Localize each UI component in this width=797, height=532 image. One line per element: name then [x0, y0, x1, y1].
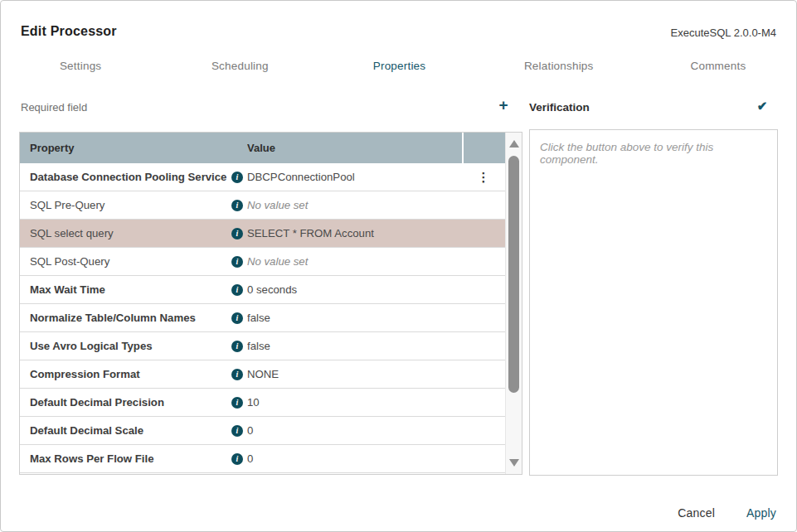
page-title: Edit Processor: [21, 24, 117, 39]
property-name: Database Connection Pooling Service: [30, 171, 226, 183]
plus-icon: +: [498, 96, 508, 114]
tab-properties[interactable]: Properties: [319, 54, 479, 77]
info-icon[interactable]: i: [231, 284, 243, 296]
check-icon: ✔: [757, 99, 768, 114]
property-value: No value set: [247, 199, 308, 211]
scrollbar-up-arrow-icon[interactable]: [509, 140, 519, 148]
property-name: SQL select query: [30, 227, 114, 239]
verification-placeholder-text: Click the button above to verify this co…: [530, 130, 777, 177]
property-name: Default Decimal Precision: [30, 396, 164, 409]
verification-title: Verification: [529, 101, 590, 114]
table-row[interactable]: Use Avro Logical Types i false ⋮: [20, 332, 505, 360]
table-row[interactable]: Max Wait Time i 0 seconds ⋮: [20, 276, 505, 304]
property-value: SELECT * FROM Account: [247, 227, 374, 239]
property-name: Max Wait Time: [30, 283, 105, 296]
edit-processor-dialog: Edit Processor ExecuteSQL 2.0.0-M4 Setti…: [0, 0, 797, 532]
property-value: false: [247, 340, 270, 352]
table-row[interactable]: Normalize Table/Column Names i false ⋮: [20, 304, 505, 332]
property-value: 0: [247, 424, 253, 437]
table-scrollbar[interactable]: [505, 133, 522, 474]
required-field-legend: Required field: [21, 101, 87, 114]
property-name: Use Avro Logical Types: [30, 340, 153, 352]
scrollbar-down-arrow-icon[interactable]: [509, 459, 519, 467]
info-icon[interactable]: i: [231, 341, 243, 352]
info-icon[interactable]: i: [231, 172, 243, 183]
property-name: SQL Pre-Query: [30, 199, 104, 211]
properties-table: Property Value Database Connection Pooli…: [19, 132, 522, 475]
row-menu-button[interactable]: ⋮: [478, 171, 490, 183]
property-value: DBCPConnectionPool: [247, 171, 355, 183]
tab-relationships[interactable]: Relationships: [479, 54, 639, 77]
info-icon[interactable]: i: [231, 453, 243, 465]
column-header-actions: [462, 133, 505, 163]
property-name: Default Decimal Scale: [30, 424, 143, 437]
property-value: false: [247, 312, 270, 324]
property-value: No value set: [247, 255, 308, 268]
info-icon[interactable]: i: [231, 312, 243, 324]
properties-table-body: Database Connection Pooling Service i DB…: [20, 163, 505, 473]
table-row[interactable]: Compression Format i NONE ⋮: [20, 360, 505, 389]
apply-button[interactable]: Apply: [746, 506, 776, 520]
tab-settings[interactable]: Settings: [1, 54, 160, 77]
info-icon[interactable]: i: [231, 425, 243, 437]
table-row[interactable]: Default Decimal Precision i 10 ⋮: [20, 389, 505, 417]
property-value: NONE: [247, 368, 279, 380]
property-name: Max Rows Per Flow File: [30, 452, 154, 465]
column-header-property: Property: [20, 142, 227, 154]
table-row[interactable]: SQL Post-Query i No value set ⋮: [20, 248, 505, 276]
table-row[interactable]: Database Connection Pooling Service i DB…: [20, 163, 505, 191]
property-name: Normalize Table/Column Names: [30, 312, 196, 324]
property-name: SQL Post-Query: [30, 255, 109, 268]
tab-bar: SettingsSchedulingPropertiesRelationship…: [1, 54, 797, 77]
info-icon[interactable]: i: [231, 256, 243, 268]
dialog-footer: Cancel Apply: [678, 502, 776, 524]
info-icon[interactable]: i: [231, 369, 243, 380]
table-row[interactable]: SQL select query i SELECT * FROM Account…: [20, 220, 505, 248]
verification-results-panel: Click the button above to verify this co…: [529, 129, 778, 476]
info-icon[interactable]: i: [231, 397, 243, 409]
tab-scheduling[interactable]: Scheduling: [160, 54, 319, 77]
processor-type-version: ExecuteSQL 2.0.0-M4: [671, 27, 776, 39]
cancel-button[interactable]: Cancel: [678, 506, 715, 520]
info-icon[interactable]: i: [231, 200, 243, 211]
table-row[interactable]: Default Decimal Scale i 0 ⋮: [20, 417, 505, 445]
property-value: 0 seconds: [247, 283, 297, 296]
verify-component-button[interactable]: ✔: [751, 96, 773, 116]
tab-comments[interactable]: Comments: [639, 54, 797, 77]
scrollbar-thumb[interactable]: [508, 156, 519, 393]
property-value: 10: [247, 396, 260, 409]
info-icon[interactable]: i: [231, 228, 243, 239]
table-row[interactable]: SQL Pre-Query i No value set ⋮: [20, 191, 505, 220]
properties-table-header: Property Value: [20, 133, 505, 163]
column-header-value: Value: [247, 142, 462, 154]
table-row[interactable]: Max Rows Per Flow File i 0 ⋮: [20, 445, 505, 473]
add-property-button[interactable]: +: [493, 95, 513, 115]
property-name: Compression Format: [30, 368, 140, 380]
property-value: 0: [247, 452, 253, 465]
